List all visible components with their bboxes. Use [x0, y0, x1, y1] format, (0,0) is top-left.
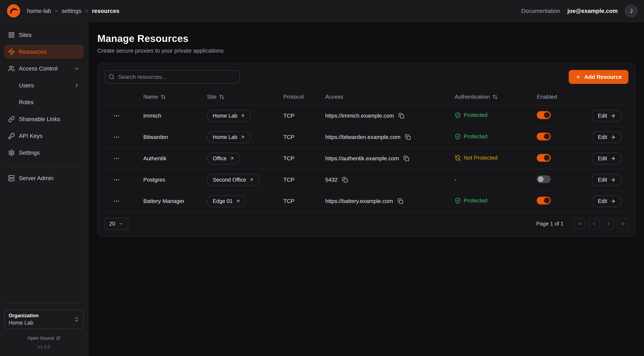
- enabled-toggle[interactable]: [537, 175, 551, 183]
- sidebar-item-resources[interactable]: Resources: [4, 45, 84, 59]
- site-link[interactable]: Office: [207, 153, 240, 164]
- protocol: TCP: [284, 198, 325, 204]
- site-name: Edge 01: [213, 198, 233, 204]
- edit-button[interactable]: Edit: [592, 153, 622, 164]
- sort-icon[interactable]: [219, 94, 224, 100]
- copy-button[interactable]: [402, 155, 410, 162]
- sidebar-item-shareable-links[interactable]: Shareable Links: [4, 112, 84, 126]
- organization-value: Home Lab: [8, 320, 39, 326]
- sidebar-item-access-control[interactable]: Access Control: [4, 62, 84, 76]
- avatar[interactable]: J: [625, 5, 638, 17]
- organization-selector[interactable]: Organization Home Lab: [4, 310, 84, 329]
- edit-label: Edit: [598, 198, 607, 204]
- add-resource-label: Add Resource: [584, 74, 622, 80]
- site-link[interactable]: Home Lab: [207, 110, 251, 122]
- column-authentication: Authentication: [455, 94, 537, 100]
- arrow-up-right-icon: [240, 135, 245, 140]
- open-source-link[interactable]: Open Source: [4, 336, 84, 341]
- user-email[interactable]: joe@example.com: [567, 8, 618, 14]
- last-page-button[interactable]: [617, 218, 628, 229]
- arrow-right-icon: [610, 113, 616, 118]
- edit-button[interactable]: Edit: [592, 174, 622, 186]
- pangolin-logo[interactable]: [6, 4, 20, 18]
- breadcrumb-separator: >: [85, 8, 88, 14]
- open-source-label: Open Source: [28, 336, 54, 341]
- app-root: home-lab > settings > resources Document…: [0, 0, 644, 356]
- table-toolbar: Add Resource: [104, 70, 628, 84]
- first-page-button[interactable]: [574, 218, 585, 229]
- site-link[interactable]: Second Office: [207, 174, 260, 186]
- sidebar-item-label: Shareable Links: [19, 116, 60, 122]
- table-row: Authentik Office TCP https://authentik.e…: [104, 148, 628, 170]
- column-label: Name: [144, 94, 158, 100]
- copy-icon: [398, 113, 404, 119]
- site-link[interactable]: Edge 01: [207, 195, 246, 207]
- documentation-link[interactable]: Documentation: [521, 8, 560, 14]
- site-name: Home Lab: [213, 113, 237, 119]
- arrow-up-right-icon: [236, 199, 240, 204]
- sidebar-item-label: Users: [19, 82, 34, 89]
- edit-label: Edit: [598, 156, 607, 162]
- column-label: Access: [325, 94, 343, 100]
- search-input[interactable]: [104, 70, 240, 84]
- pager: Page 1 of 1: [536, 218, 628, 229]
- sort-icon[interactable]: [160, 94, 166, 100]
- protocol: TCP: [284, 155, 325, 162]
- auth-status: Protected: [455, 198, 488, 204]
- site-name: Second Office: [213, 177, 246, 183]
- sidebar-item-label: Settings: [19, 150, 40, 156]
- row-menu-button[interactable]: [112, 197, 121, 205]
- protocol: TCP: [284, 134, 325, 140]
- page-size-select[interactable]: 20: [104, 218, 128, 230]
- enabled-toggle[interactable]: [537, 133, 551, 140]
- copy-button[interactable]: [398, 112, 405, 120]
- sort-icon[interactable]: [492, 94, 498, 100]
- shield-check-icon: [455, 134, 461, 140]
- sidebar-item-label: Roles: [19, 99, 34, 106]
- grid-icon: [8, 32, 15, 38]
- copy-button[interactable]: [404, 134, 412, 141]
- ellipsis-icon: [113, 112, 120, 119]
- previous-page-button[interactable]: [588, 218, 600, 229]
- sidebar-item-settings[interactable]: Settings: [4, 146, 84, 160]
- row-menu-button[interactable]: [112, 154, 121, 162]
- row-menu-button[interactable]: [112, 112, 121, 120]
- page-size-value: 20: [109, 221, 115, 227]
- sidebar-item-roles[interactable]: Roles: [4, 95, 84, 109]
- edit-button[interactable]: Edit: [592, 195, 622, 207]
- sidebar-item-server-admin[interactable]: Server Admin: [4, 171, 84, 185]
- resource-name: Battery Manager: [144, 198, 207, 204]
- enabled-toggle[interactable]: [537, 154, 551, 162]
- ellipsis-icon: [113, 198, 120, 204]
- add-resource-button[interactable]: Add Resource: [569, 70, 628, 84]
- toggle-knob: [544, 134, 550, 139]
- edit-button[interactable]: Edit: [592, 131, 622, 143]
- protocol: TCP: [284, 177, 325, 183]
- site-link[interactable]: Home Lab: [207, 131, 251, 143]
- auth-status: Protected: [455, 133, 488, 140]
- copy-button[interactable]: [397, 198, 404, 205]
- toggle-knob: [544, 112, 550, 118]
- gear-icon: [8, 150, 15, 156]
- row-menu-button[interactable]: [112, 176, 121, 184]
- sidebar-item-sites[interactable]: Sites: [4, 28, 84, 42]
- column-access: Access: [325, 94, 455, 100]
- link-icon: [8, 116, 15, 122]
- toggle-knob: [538, 176, 544, 182]
- breadcrumb-org[interactable]: home-lab: [27, 8, 51, 14]
- sidebar-item-label: API Keys: [19, 133, 42, 139]
- enabled-toggle[interactable]: [537, 197, 551, 204]
- copy-button[interactable]: [341, 176, 349, 184]
- next-page-button[interactable]: [603, 218, 614, 229]
- row-menu-button[interactable]: [112, 133, 121, 141]
- edit-button[interactable]: Edit: [592, 110, 622, 122]
- sidebar-item-api-keys[interactable]: API Keys: [4, 129, 84, 143]
- main-content: Manage Resources Create secure proxies t…: [88, 22, 644, 356]
- auth-status: -: [455, 177, 456, 183]
- pangolin-logo-icon: [6, 4, 20, 18]
- chevron-right-icon: [606, 221, 611, 226]
- breadcrumb-settings[interactable]: settings: [62, 8, 82, 14]
- enabled-toggle[interactable]: [537, 111, 551, 119]
- version-label: v1.3.0: [4, 344, 84, 350]
- sidebar-item-users[interactable]: Users: [4, 78, 84, 92]
